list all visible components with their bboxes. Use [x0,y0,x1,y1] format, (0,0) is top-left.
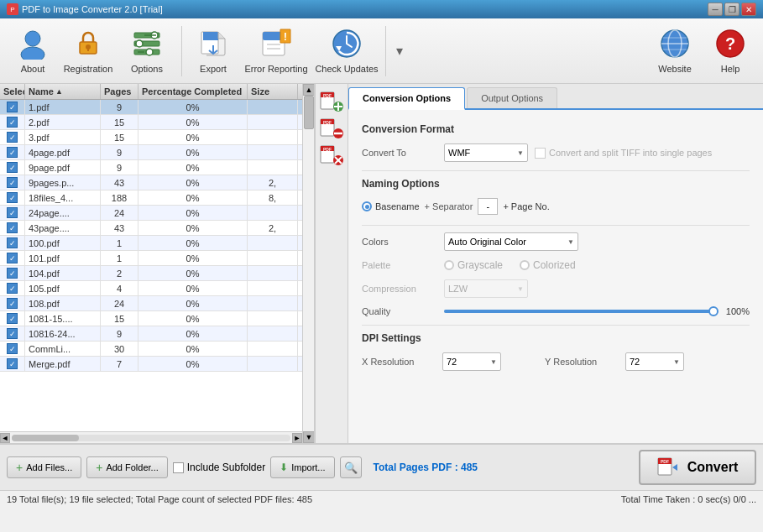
row-checkbox-cell[interactable] [0,206,25,220]
row-size [248,266,298,280]
quality-slider-track[interactable] [444,310,713,313]
add-file-icon-btn[interactable]: PDF [318,89,345,112]
svg-text:PDF: PDF [661,459,669,464]
row-checkbox[interactable] [7,207,18,218]
row-name: CommLi... [25,342,101,356]
x-res-select[interactable]: 72 ▼ [442,352,501,371]
minimize-button[interactable]: ─ [708,3,723,16]
h-scroll-thumb[interactable] [12,435,79,441]
row-checkbox-cell[interactable] [0,236,25,250]
restore-button[interactable]: ❐ [724,3,739,16]
row-checkbox-cell[interactable] [0,251,25,265]
row-checkbox-cell[interactable] [0,130,25,144]
row-checkbox-cell[interactable] [0,296,25,310]
row-size [248,296,298,310]
scroll-down-btn[interactable]: ▼ [303,431,314,443]
basename-radio-group: Basename [362,201,420,211]
separator-input[interactable] [478,198,498,215]
row-checkbox[interactable] [7,147,18,158]
compression-select[interactable]: LZW ▼ [444,279,528,298]
magnifier-button[interactable]: 🔍 [340,456,362,478]
row-checkbox-cell[interactable] [0,326,25,341]
row-pct: 0% [138,296,248,310]
colors-value: Auto Original Color [448,237,526,247]
row-checkbox[interactable] [7,358,18,369]
row-checkbox-cell[interactable] [0,175,25,190]
row-checkbox[interactable] [7,177,18,188]
export-button[interactable]: Export [187,23,239,80]
row-checkbox[interactable] [7,298,18,309]
error-reporting-button[interactable]: ! Error Reporting [243,23,310,80]
row-checkbox[interactable] [7,283,18,294]
palette-grayscale-group: Grayscale [444,259,503,271]
row-pages: 9 [101,100,138,114]
y-res-select[interactable]: 72 ▼ [625,352,684,371]
convert-to-select[interactable]: WMF ▼ [444,143,528,162]
row-checkbox-cell[interactable] [0,145,25,159]
remove-file-icon-btn[interactable]: PDF [318,116,345,139]
row-checkbox-cell[interactable] [0,190,25,205]
row-pct: 0% [138,236,248,250]
website-button[interactable]: Website [649,23,701,80]
row-checkbox[interactable] [7,237,18,248]
more-button[interactable]: ▾ [391,23,408,80]
row-checkbox[interactable] [7,192,18,203]
remove-all-icon-btn[interactable]: PDF [318,143,345,166]
scroll-right-btn[interactable]: ► [292,433,302,443]
row-pct: 0% [138,175,248,190]
include-subfolder-checkbox[interactable] [173,462,184,473]
quality-fill [444,310,713,313]
tab-output[interactable]: Output Options [467,87,557,108]
scroll-up-btn[interactable]: ▲ [303,84,314,96]
row-checkbox-cell[interactable] [0,311,25,326]
palette-colorized-radio[interactable] [520,260,530,270]
compression-label: Compression [362,284,437,294]
row-checkbox-cell[interactable] [0,221,25,235]
scroll-track[interactable] [303,96,314,431]
v-scrollbar[interactable]: ▲ ▼ [302,84,314,443]
registration-button[interactable]: Registration [62,23,114,80]
add-folder-button[interactable]: + Add Folder... [86,456,168,478]
row-checkbox[interactable] [7,132,18,143]
quality-thumb[interactable] [708,306,719,316]
row-checkbox-cell[interactable] [0,115,25,129]
row-checkbox[interactable] [7,253,18,263]
palette-grayscale-radio[interactable] [444,260,454,270]
import-button[interactable]: ⬇ Import... [270,456,334,478]
help-button[interactable]: ? Help [704,23,756,80]
row-checkbox[interactable] [7,268,18,279]
h-scrollbar[interactable]: ◄ ► [0,431,302,443]
file-table-body[interactable]: 1.pdf 9 0% 2.pdf 15 0% 3.pdf 15 0% 4page… [0,100,302,431]
row-checkbox-cell[interactable] [0,160,25,175]
options-button[interactable]: Options [118,23,176,80]
tiff-checkbox[interactable] [535,148,546,159]
colors-select[interactable]: Auto Original Color ▼ [444,232,578,251]
scroll-thumb[interactable] [304,96,314,129]
tab-conversion[interactable]: Conversion Options [348,87,465,110]
row-checkbox[interactable] [7,102,18,112]
convert-button[interactable]: PDF Convert [639,450,756,485]
row-checkbox-cell[interactable] [0,281,25,295]
scroll-left-btn[interactable]: ◄ [0,433,10,443]
row-checkbox-cell[interactable] [0,342,25,356]
close-button[interactable]: ✕ [741,3,756,16]
h-scroll-track[interactable] [12,435,290,441]
row-checkbox[interactable] [7,222,18,233]
row-checkbox-cell[interactable] [0,100,25,114]
row-checkbox[interactable] [7,313,18,324]
palette-grayscale-label: Grayscale [457,259,503,271]
row-checkbox[interactable] [7,162,18,173]
basename-radio[interactable] [362,201,372,211]
export-label: Export [200,64,227,75]
row-checkbox-cell[interactable] [0,357,25,371]
row-checkbox[interactable] [7,117,18,128]
include-subfolder-row: Include Subfolder [173,462,265,473]
add-files-button[interactable]: + Add Files... [7,456,81,478]
separator-prefix-label: + Separator [425,201,473,211]
check-updates-button[interactable]: Check Updates [313,23,380,80]
row-checkbox-cell[interactable] [0,266,25,280]
row-checkbox[interactable] [7,328,18,339]
row-checkbox[interactable] [7,343,18,354]
about-button[interactable]: About [7,23,59,80]
table-row: Merge.pdf 7 0% [0,357,302,372]
